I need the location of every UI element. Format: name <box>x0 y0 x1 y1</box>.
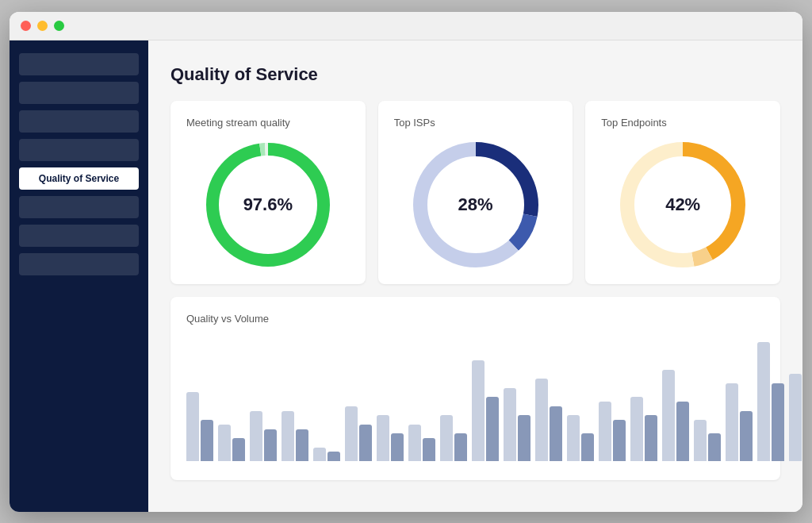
bar-light <box>789 374 802 461</box>
bar-group <box>789 374 802 461</box>
card-top-isps: Top ISPs28% <box>378 101 573 284</box>
bar-group <box>313 448 340 461</box>
page-title: Quality of Service <box>170 64 780 85</box>
bar-group <box>218 425 245 461</box>
bar-light <box>599 402 611 461</box>
chart-title: Quality vs Volume <box>186 313 764 325</box>
bar-dark <box>264 429 277 461</box>
bar-group <box>345 406 372 461</box>
sidebar: Quality of Service <box>10 40 148 512</box>
sidebar-item-item7[interactable] <box>19 225 139 247</box>
donut-label-top-endpoints: 42% <box>665 194 700 215</box>
donut-label-meeting-stream: 97.6% <box>243 194 293 215</box>
sidebar-item-item6[interactable] <box>19 196 139 218</box>
bar-light <box>282 411 294 461</box>
maximize-button[interactable] <box>54 21 64 31</box>
donut-top-endpoints: 42% <box>619 141 746 268</box>
bar-light <box>313 448 326 461</box>
bar-group <box>662 370 689 461</box>
bar-light <box>662 370 675 461</box>
sidebar-item-item4[interactable] <box>19 139 139 161</box>
donut-label-top-isps: 28% <box>458 194 492 215</box>
bar-dark <box>518 415 530 461</box>
bar-light <box>726 383 738 461</box>
minimize-button[interactable] <box>37 21 48 31</box>
bar-dark <box>423 438 435 461</box>
bar-dark <box>740 411 753 461</box>
bar-group <box>567 415 594 461</box>
bar-dark <box>613 420 626 461</box>
bar-group <box>599 402 626 461</box>
close-button[interactable] <box>21 21 31 31</box>
bar-group <box>535 379 562 461</box>
titlebar <box>10 12 802 40</box>
bar-dark <box>708 433 721 461</box>
bar-light <box>535 379 548 461</box>
sidebar-item-item1[interactable] <box>19 53 139 75</box>
bar-light <box>757 342 770 461</box>
bar-group <box>377 415 404 461</box>
donut-container-top-isps: 28% <box>394 141 557 268</box>
bar-group <box>186 392 213 461</box>
bar-group <box>408 425 435 461</box>
bar-dark <box>327 452 340 461</box>
sidebar-item-item8[interactable] <box>19 253 139 275</box>
bar-group <box>472 360 499 461</box>
bar-light <box>250 411 262 461</box>
bar-dark <box>232 438 245 461</box>
bar-light <box>440 415 453 461</box>
bar-light <box>345 406 358 461</box>
bar-light <box>377 415 389 461</box>
main-content: Quality of Service Meeting stream qualit… <box>148 40 802 512</box>
bar-group <box>282 411 308 461</box>
bar-dark <box>486 397 499 461</box>
quality-vs-volume-card: Quality vs Volume <box>170 297 780 480</box>
bar-light <box>567 415 580 461</box>
app-window: Quality of Service Quality of Service Me… <box>10 12 802 512</box>
app-body: Quality of Service Quality of Service Me… <box>10 40 802 512</box>
bar-group <box>726 383 753 461</box>
sidebar-item-quality-of-service[interactable]: Quality of Service <box>19 167 139 190</box>
donut-meeting-stream: 97.6% <box>205 141 331 268</box>
card-title-meeting-stream: Meeting stream quality <box>186 117 350 129</box>
bar-light <box>218 425 231 461</box>
donut-container-meeting-stream: 97.6% <box>186 141 350 268</box>
donut-container-top-endpoints: 42% <box>601 141 764 268</box>
sidebar-item-item3[interactable] <box>19 110 139 133</box>
bar-light <box>472 360 485 461</box>
bar-dark <box>550 406 562 461</box>
card-title-top-endpoints: Top Endpoints <box>601 117 764 129</box>
bar-light <box>504 388 516 461</box>
bar-dark <box>359 425 372 461</box>
bar-dark <box>454 433 467 461</box>
bar-dark <box>676 402 689 461</box>
bar-light <box>408 425 421 461</box>
card-top-endpoints: Top Endpoints42% <box>585 101 780 284</box>
bar-dark <box>391 433 404 461</box>
bar-group <box>694 420 721 461</box>
bar-chart <box>186 337 764 464</box>
bar-light <box>630 397 643 461</box>
bar-group <box>504 388 530 461</box>
bar-group <box>757 342 784 461</box>
metric-cards-row: Meeting stream quality97.6%Top ISPs28%To… <box>170 101 780 284</box>
bar-dark <box>201 420 213 461</box>
bar-dark <box>296 429 308 461</box>
bar-dark <box>581 433 594 461</box>
bar-group <box>630 397 657 461</box>
sidebar-item-item2[interactable] <box>19 82 139 104</box>
donut-top-isps: 28% <box>412 141 539 268</box>
bar-dark <box>645 415 657 461</box>
bar-group <box>440 415 467 461</box>
bar-dark <box>772 383 784 461</box>
bar-light <box>186 392 199 461</box>
bar-group <box>250 411 277 461</box>
bar-light <box>694 420 707 461</box>
card-meeting-stream: Meeting stream quality97.6% <box>170 101 366 284</box>
card-title-top-isps: Top ISPs <box>394 117 557 129</box>
